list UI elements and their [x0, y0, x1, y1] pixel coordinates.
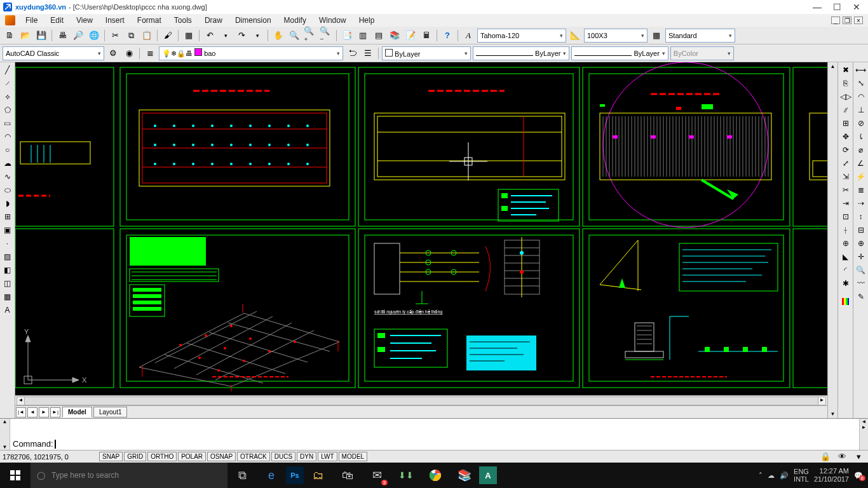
menu-file[interactable]: File [19, 15, 44, 26]
tray-chevron-icon[interactable]: ˄ [759, 471, 763, 480]
publish-icon[interactable]: 🌐 [87, 29, 101, 43]
tray-lang1[interactable]: ENG [794, 468, 809, 475]
status-annotation-scale-icon[interactable]: 🔒 [818, 450, 832, 464]
photoshop-icon[interactable]: Ps [286, 466, 304, 484]
help-icon[interactable]: ? [440, 29, 454, 43]
workspace-select[interactable]: AutoCAD Classic▾ [3, 46, 104, 60]
array-icon[interactable]: ⊞ [839, 117, 852, 130]
tab-first-icon[interactable]: |◄ [16, 407, 26, 417]
redo-icon[interactable]: ↷ [234, 29, 248, 43]
dim-jogged-icon[interactable]: ⤹ [855, 130, 867, 143]
autocad-taskbar-icon[interactable]: A [479, 466, 497, 484]
tool-palette-icon[interactable]: ▤ [372, 29, 386, 43]
menu-format[interactable]: Format [131, 15, 168, 26]
status-polar[interactable]: POLAR [178, 452, 206, 461]
tray-lang2[interactable]: INTL [794, 475, 809, 483]
undo-dropdown-icon[interactable]: ▾ [219, 29, 233, 43]
mirror-icon[interactable]: ◁▷ [839, 90, 852, 103]
join-icon[interactable]: ⊕ [839, 237, 852, 250]
polyline-icon[interactable]: ⟡ [1, 90, 14, 103]
minimize-button[interactable]: — [813, 2, 822, 12]
command-line[interactable]: ▲▼ Command: ◄► [0, 418, 868, 450]
app-menu-icon[interactable] [5, 15, 15, 25]
mtext-icon[interactable]: A [1, 304, 14, 316]
mail-icon[interactable]: ✉3 [362, 463, 391, 488]
layer-select[interactable]: 💡❄🔒🖶 bao ▾ [159, 46, 343, 60]
dim-style-icon[interactable]: 📐 [568, 29, 582, 43]
revision-cloud-icon[interactable]: ☁ [1, 157, 14, 170]
linetype-select[interactable]: ByLayer▾ [473, 46, 569, 60]
redo-dropdown-icon[interactable]: ▾ [250, 29, 264, 43]
dim-jog-line-icon[interactable]: 〰 [855, 277, 867, 290]
file-explorer-icon[interactable]: 🗂 [304, 463, 333, 488]
tray-volume-icon[interactable]: 🔊 [780, 471, 789, 480]
vscroll-down-icon[interactable]: ▼ [831, 411, 836, 417]
dim-edit-icon[interactable]: ✎ [855, 290, 867, 303]
table-icon[interactable]: ▦ [1, 290, 14, 303]
tab-model[interactable]: Model [62, 407, 92, 417]
spline-icon[interactable]: ∿ [1, 170, 14, 183]
dim-space-icon[interactable]: ↕ [855, 210, 867, 223]
construction-line-icon[interactable]: ⟋ [1, 77, 14, 90]
zoom-window-icon[interactable]: 🔍⁺ [303, 29, 317, 43]
point-icon[interactable]: · [1, 237, 14, 250]
menu-help[interactable]: Help [353, 15, 381, 26]
gradient-icon[interactable]: ◧ [1, 264, 14, 276]
edge-icon[interactable]: e [257, 463, 286, 488]
dim-ordinate-icon[interactable]: ⊥ [855, 104, 867, 116]
zoom-previous-icon[interactable]: 🔍⁻ [319, 29, 333, 43]
save-icon[interactable]: 💾 [34, 29, 48, 43]
dim-arc-icon[interactable]: ◠ [855, 90, 867, 103]
dim-linear-icon[interactable]: ⟷ [855, 64, 867, 76]
workspace-toggle-icon[interactable]: ◉ [122, 46, 136, 60]
lineweight-select[interactable]: ByLayer▾ [571, 46, 668, 60]
tray-clock[interactable]: 12:27 AM 21/10/2017 [814, 467, 849, 484]
ellipse-icon[interactable]: ⬭ [1, 184, 14, 196]
menu-insert[interactable]: Insert [99, 15, 131, 26]
extend-icon[interactable]: ⇥ [839, 197, 852, 210]
vscroll-up-icon[interactable]: ▲ [831, 64, 836, 69]
status-snap[interactable]: SNAP [99, 452, 123, 461]
copy-icon[interactable]: ⧉ [124, 29, 138, 43]
trim-icon[interactable]: ✂ [839, 184, 852, 196]
markup-icon[interactable]: 📝 [403, 29, 417, 43]
cut-icon[interactable]: ✂ [108, 29, 122, 43]
idm-icon[interactable]: ⬇⬇ [391, 463, 421, 488]
task-view-icon[interactable]: ⧉ [227, 463, 257, 488]
dim-baseline-icon[interactable]: ≣ [855, 184, 867, 196]
erase-icon[interactable]: ✖ [839, 64, 852, 76]
layer-manager-icon[interactable]: ≣ [143, 46, 157, 60]
tab-layout1[interactable]: Layout1 [93, 407, 128, 417]
color-select[interactable]: ByLayer▾ [382, 46, 471, 60]
chamfer-icon[interactable]: ◣ [839, 250, 852, 263]
block-editor-icon[interactable]: ▦ [182, 29, 196, 43]
tab-next-icon[interactable]: ► [39, 407, 49, 417]
quick-dim-icon[interactable]: ⚡ [855, 170, 867, 183]
status-ducs[interactable]: DUCS [271, 452, 295, 461]
offset-icon[interactable]: ⫽ [839, 104, 852, 116]
store-icon[interactable]: 🛍 [333, 463, 362, 488]
dim-radius-icon[interactable]: ⊘ [855, 117, 867, 130]
ellipse-arc-icon[interactable]: ◗ [1, 197, 14, 210]
menu-tools[interactable]: Tools [168, 15, 198, 26]
menu-modify[interactable]: Modify [278, 15, 313, 26]
dim-continue-icon[interactable]: ⇢ [855, 197, 867, 210]
status-osnap[interactable]: OSNAP [207, 452, 236, 461]
dim-style-select[interactable]: 100X3▾ [584, 29, 648, 43]
status-dyn[interactable]: DYN [297, 452, 316, 461]
dim-aligned-icon[interactable]: ⤡ [855, 77, 867, 90]
circle-icon[interactable]: ○ [1, 144, 14, 156]
maximize-button[interactable]: ☐ [833, 2, 841, 12]
stretch-icon[interactable]: ⇲ [839, 170, 852, 183]
status-model-space[interactable]: MODEL [339, 452, 368, 461]
scale-icon[interactable]: ⤢ [839, 157, 852, 170]
doc-minimize-button[interactable]: _ [831, 17, 840, 24]
rectangle-icon[interactable]: ▭ [1, 117, 14, 130]
close-button[interactable]: ✕ [853, 2, 860, 12]
menu-draw[interactable]: Draw [198, 15, 229, 26]
tray-onedrive-icon[interactable]: ☁ [768, 471, 775, 480]
layer-states-icon[interactable]: ☰ [361, 46, 375, 60]
fillet-icon[interactable]: ◜ [839, 264, 852, 276]
match-props-icon[interactable]: 🖌 [161, 29, 175, 43]
move-icon[interactable]: ✥ [839, 130, 852, 143]
